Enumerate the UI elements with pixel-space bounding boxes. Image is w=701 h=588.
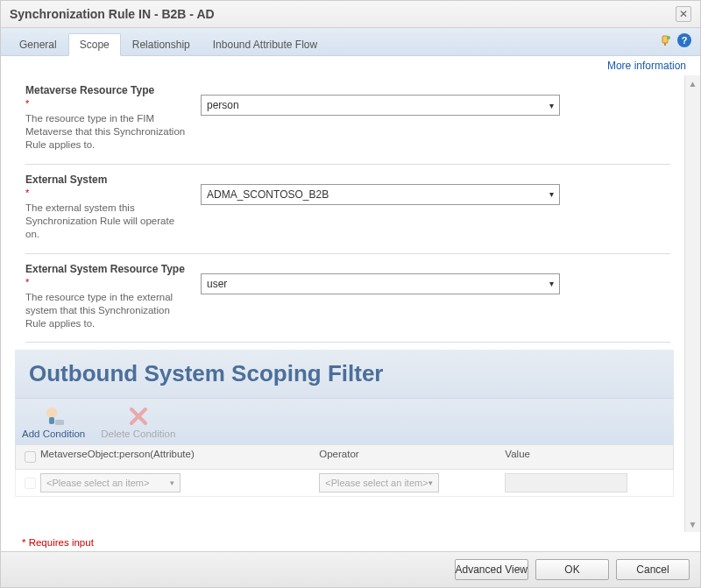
header-checkbox [25, 451, 36, 463]
content-scroll[interactable]: Metaverse Resource Type * The resource t… [1, 75, 684, 532]
tab-relationship[interactable]: Relationship [121, 33, 202, 55]
svg-rect-5 [55, 420, 64, 425]
condition-table: MetaverseObject:person(Attribute) Operat… [15, 444, 674, 497]
external-system-select[interactable]: ADMA_SCONTOSO_B2B ▾ [201, 184, 560, 205]
external-resource-type-desc: The resource type in the external system… [25, 291, 190, 330]
tab-inbound-attribute-flow[interactable]: Inbound Attribute Flow [202, 33, 329, 55]
external-system-label: External System [25, 174, 190, 186]
chevron-down-icon: ▾ [549, 279, 554, 288]
titlebar: Synchronization Rule IN - B2B - AD ✕ [1, 1, 700, 28]
delete-condition-label: Delete Condition [101, 429, 175, 439]
vertical-scrollbar[interactable]: ▲ ▼ [684, 75, 700, 532]
chevron-down-icon: ▾ [170, 478, 174, 487]
external-resource-type-value: user [207, 278, 227, 290]
window-title: Synchronization Rule IN - B2B - AD [10, 7, 215, 21]
row-checkbox[interactable] [25, 478, 36, 489]
tab-bar: General Scope Relationship Inbound Attri… [1, 28, 700, 56]
svg-point-2 [667, 36, 670, 39]
cancel-button[interactable]: Cancel [616, 559, 690, 580]
chevron-down-icon: ▾ [549, 189, 554, 199]
dialog-footer: Advanced View OK Cancel [1, 551, 700, 587]
col-value-header: Value [505, 449, 668, 465]
requires-input-note: * Requires input [1, 532, 700, 551]
advanced-view-button[interactable]: Advanced View [455, 559, 529, 580]
scoping-filter-header: Outbound System Scoping Filter [15, 350, 674, 398]
field-external-resource-type: External System Resource Type * The reso… [25, 254, 670, 344]
tab-general[interactable]: General [8, 33, 68, 55]
external-resource-type-label: External System Resource Type [25, 263, 190, 275]
mv-resource-type-label: Metaverse Resource Type [25, 84, 190, 96]
field-external-system: External System * The external system th… [25, 165, 670, 254]
content-area: Metaverse Resource Type * The resource t… [1, 75, 700, 532]
svg-rect-1 [664, 43, 666, 46]
condition-toolbar: Add Condition Delete Condition [15, 398, 674, 444]
operator-placeholder: <Please select an item> [325, 478, 428, 488]
field-metaverse-resource-type: Metaverse Resource Type * The resource t… [25, 75, 670, 165]
dialog-window: Synchronization Rule IN - B2B - AD ✕ Gen… [0, 0, 701, 588]
chevron-down-icon: ▾ [428, 478, 433, 487]
required-mark: * [25, 98, 190, 109]
col-attribute-header: MetaverseObject:person(Attribute) [40, 449, 319, 465]
tab-scope[interactable]: Scope [68, 33, 121, 56]
required-mark: * [25, 277, 190, 287]
mv-resource-type-desc: The resource type in the FIM Metaverse t… [25, 112, 190, 152]
condition-row: <Please select an item> ▾ <Please select… [15, 470, 674, 497]
add-condition-button[interactable]: Add Condition [22, 404, 85, 439]
mv-resource-type-select[interactable]: person ▾ [201, 95, 560, 116]
external-system-desc: The external system this Synchronization… [25, 202, 190, 241]
condition-table-header: MetaverseObject:person(Attribute) Operat… [15, 444, 674, 470]
svg-point-3 [46, 407, 57, 418]
pin-icon[interactable] [658, 33, 672, 47]
svg-rect-0 [662, 36, 668, 43]
add-condition-icon [41, 404, 66, 429]
scroll-up-icon[interactable]: ▲ [685, 75, 700, 91]
table-empty-space [25, 497, 670, 532]
required-mark: * [25, 188, 190, 198]
close-icon: ✕ [679, 9, 688, 19]
add-condition-label: Add Condition [22, 429, 85, 439]
mv-resource-type-value: person [207, 99, 239, 111]
chevron-down-icon: ▾ [549, 101, 554, 110]
more-information-link[interactable]: More information [607, 60, 686, 72]
external-resource-type-select[interactable]: user ▾ [201, 273, 560, 294]
delete-condition-icon [126, 404, 151, 429]
attribute-placeholder: <Please select an item> [46, 478, 149, 488]
operator-select[interactable]: <Please select an item> ▾ [319, 473, 438, 492]
scroll-down-icon[interactable]: ▼ [685, 516, 700, 532]
ok-button[interactable]: OK [535, 559, 609, 580]
attribute-select[interactable]: <Please select an item> ▾ [40, 473, 181, 492]
close-button[interactable]: ✕ [676, 6, 691, 22]
svg-rect-4 [49, 417, 54, 424]
more-info-bar: More information [1, 56, 700, 75]
external-system-value: ADMA_SCONTOSO_B2B [207, 188, 329, 201]
value-input[interactable] [505, 473, 627, 492]
delete-condition-button: Delete Condition [101, 404, 175, 439]
help-icon[interactable]: ? [677, 33, 691, 47]
col-operator-header: Operator [319, 449, 505, 465]
scoping-filter-title: Outbound System Scoping Filter [29, 360, 660, 387]
